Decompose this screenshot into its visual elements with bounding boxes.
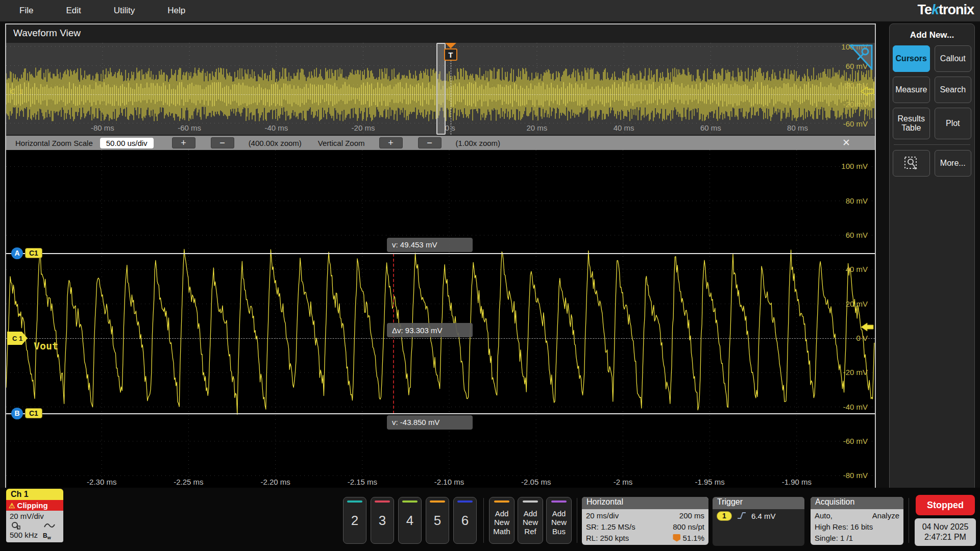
- trigger-position-marker[interactable]: T: [444, 48, 457, 61]
- tektronix-logo: Tektronix: [917, 2, 974, 18]
- trigger-position-triangle-icon: [445, 43, 456, 48]
- channel1-badge[interactable]: Ch 1 ⚠ Clipping 20 mV/div 500 kHz Bw: [6, 489, 63, 542]
- channel3-button[interactable]: 3: [371, 497, 394, 544]
- main-trigger-level-arrow-icon[interactable]: [861, 322, 874, 332]
- datetime-display: 04 Nov 2025 2:47:21 PM: [915, 518, 976, 546]
- overview-trigger-position-line: [451, 60, 451, 135]
- channel4-button[interactable]: 4: [398, 497, 422, 544]
- horizontal-panel-title: Horizontal: [582, 497, 708, 509]
- sidebar-divider: [894, 144, 970, 145]
- zoom-close-icon[interactable]: ✕: [842, 137, 850, 148]
- search-button[interactable]: Search: [935, 77, 972, 103]
- h-trigger-position: 51.1%: [682, 534, 704, 542]
- cursor-a-channel-chip: C1: [25, 248, 42, 258]
- h-window: 200 ms: [679, 511, 704, 520]
- overview-time-tick: 0 s: [445, 123, 455, 132]
- channel1-scale: 20 mV/div: [10, 512, 60, 520]
- main-volt-tick: -20 mV: [843, 368, 868, 377]
- acq-resolution: High Res: 16 bits: [815, 522, 873, 531]
- main-waveform: [6, 150, 875, 492]
- sine-coupling-icon: [43, 521, 56, 530]
- main-time-tick: -2.10 ms: [434, 478, 464, 486]
- bandwidth-limit-icon: Bw: [43, 532, 51, 540]
- acquisition-panel[interactable]: Acquisition Auto,Analyze High Res: 16 bi…: [811, 497, 903, 545]
- main-volt-tick: -80 mV: [843, 471, 868, 480]
- time-value: 2:47:21 PM: [924, 532, 966, 542]
- main-volt-tick: 100 mV: [841, 162, 868, 170]
- menu-file[interactable]: File: [19, 6, 33, 16]
- measure-button[interactable]: Measure: [893, 77, 930, 103]
- add-new-bus-button[interactable]: AddNewBus: [546, 497, 572, 544]
- main-volt-tick: -40 mV: [843, 403, 868, 411]
- cursor-a-line[interactable]: [6, 253, 875, 254]
- rising-edge-icon: [737, 511, 747, 520]
- zoom-select-button[interactable]: [893, 150, 930, 177]
- horizontal-panel[interactable]: Horizontal 20 ms/div200 ms SR: 1.25 MS/s…: [582, 497, 708, 545]
- overview-trigger-level-arrow-icon[interactable]: [861, 86, 874, 96]
- main-volt-tick: 20 mV: [846, 299, 868, 308]
- results-table-button[interactable]: Results Table: [893, 108, 930, 139]
- overview-chart: C 1 -80 ms -60 ms -40 ms -20 ms 0 s 20 m…: [6, 43, 875, 135]
- separator: [909, 498, 909, 543]
- v-zoom-minus-button[interactable]: −: [418, 137, 442, 148]
- waveform-view-panel: Waveform View C 1 -80 ms -60 ms -40 ms -…: [5, 23, 876, 493]
- overview-time-tick: 40 ms: [614, 123, 634, 132]
- probe-icon: [11, 521, 22, 530]
- channel1-name: Ch 1: [6, 489, 63, 500]
- more-button[interactable]: More...: [935, 150, 972, 177]
- main-time-tick: -2 ms: [614, 478, 633, 486]
- overview-volt-tick: -20 mV: [843, 100, 868, 109]
- main-time-tick: -2.20 ms: [260, 478, 290, 486]
- channel2-button[interactable]: 2: [343, 497, 366, 544]
- clipping-label: Clipping: [17, 501, 48, 510]
- trigger-panel-title: Trigger: [713, 497, 804, 509]
- add-new-math-button[interactable]: AddNewMath: [489, 497, 514, 544]
- zero-volt-line: [6, 338, 875, 339]
- acq-single: Single: 1 /1: [815, 534, 853, 542]
- plot-button[interactable]: Plot: [935, 108, 972, 139]
- sidebar-title: Add New...: [893, 30, 971, 40]
- main-time-tick: -1.95 ms: [695, 478, 724, 486]
- channel5-button[interactable]: 5: [426, 497, 449, 544]
- main-volt-tick: 40 mV: [846, 265, 868, 273]
- cursor-b-badge[interactable]: B C1: [11, 408, 42, 419]
- main-time-tick: -2.25 ms: [174, 478, 203, 486]
- acq-mode: Auto,: [815, 511, 832, 520]
- vertical-zoom-label: Vertical Zoom: [318, 139, 365, 147]
- horizontal-zoom-scale-input[interactable]: 50.00 us/div: [100, 138, 154, 148]
- cursor-b-line[interactable]: [6, 413, 875, 414]
- overview-time-tick: -20 ms: [352, 123, 375, 132]
- run-stop-status-button[interactable]: Stopped: [916, 495, 975, 515]
- h-zoom-plus-button[interactable]: +: [172, 137, 195, 148]
- zoom-select-icon: [903, 156, 919, 171]
- channel1-clipping-warning: ⚠ Clipping: [6, 500, 63, 511]
- overview-time-tick: -40 ms: [264, 123, 288, 132]
- vout-signal-label[interactable]: Vout: [34, 340, 58, 352]
- bottom-bar: Ch 1 ⚠ Clipping 20 mV/div 500 kHz Bw: [0, 488, 980, 551]
- date-value: 04 Nov 2025: [922, 522, 969, 532]
- zoom-overview-icon[interactable]: [849, 44, 873, 70]
- cursor-delta-readout: Δv: 93.303 mV: [387, 323, 473, 337]
- trigger-level-value: 6.4 mV: [751, 512, 776, 520]
- h-resolution: 800 ns/pt: [673, 522, 704, 531]
- cursors-button[interactable]: Cursors: [893, 45, 930, 72]
- acquisition-panel-title: Acquisition: [811, 497, 903, 509]
- main-zoom-chart: 100 mV 80 mV 60 mV 40 mV 20 mV 0 V -20 m…: [6, 150, 875, 492]
- overview-time-tick: 60 ms: [700, 123, 721, 132]
- main-volt-tick: 60 mV: [846, 231, 868, 239]
- acq-analyze: Analyze: [872, 511, 899, 520]
- menu-edit[interactable]: Edit: [66, 6, 81, 16]
- v-zoom-plus-button[interactable]: +: [379, 137, 403, 148]
- menu-bar: File Edit Utility Help: [0, 0, 980, 21]
- callout-button[interactable]: Callout: [935, 45, 972, 72]
- h-zoom-minus-button[interactable]: −: [211, 137, 234, 148]
- trigger-panel[interactable]: Trigger 1 6.4 mV: [713, 497, 804, 546]
- add-new-ref-button[interactable]: AddNewRef: [518, 497, 543, 544]
- channel6-button[interactable]: 6: [453, 497, 477, 544]
- cursor-a-readout: v: 49.453 mV: [387, 238, 473, 252]
- cursor-a-badge[interactable]: A C1: [11, 247, 42, 259]
- h-zoom-factor: (400.00x zoom): [249, 139, 302, 147]
- main-time-tick: -2.30 ms: [87, 478, 116, 486]
- menu-help[interactable]: Help: [167, 6, 185, 16]
- menu-utility[interactable]: Utility: [114, 6, 135, 16]
